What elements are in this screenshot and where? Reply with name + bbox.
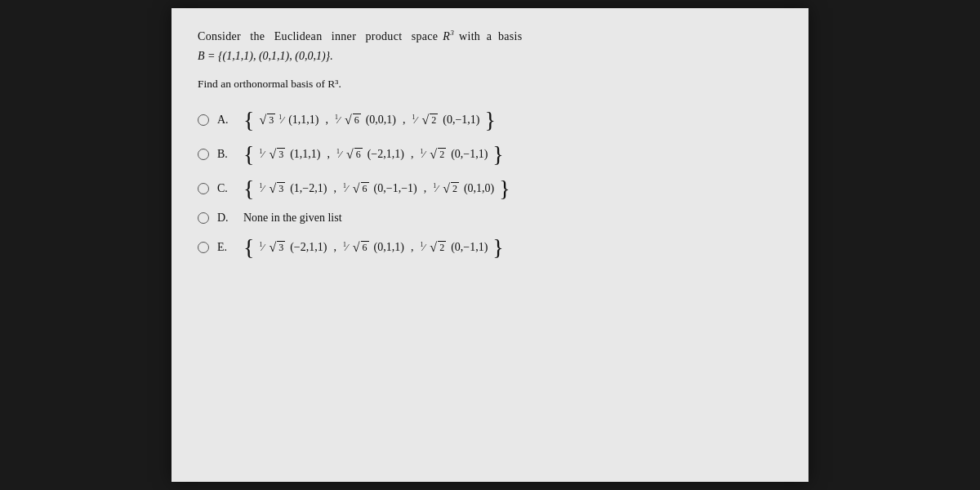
option-d-text: None in the given list <box>243 212 342 225</box>
frac-a2: √6 <box>345 114 361 127</box>
option-c-math: { 1⁄ √3 (1,−2,1) , 1⁄ √6 (0,−1,−1) , 1⁄ … <box>243 177 510 200</box>
vec-b3: (0,−1,1) <box>451 148 488 161</box>
sep-c1: , <box>333 182 336 195</box>
frac-c2: √6 <box>353 182 369 196</box>
lbrace-c: { <box>243 177 254 200</box>
vec-e3: (0,−1,1) <box>451 241 488 254</box>
radio-b[interactable] <box>198 149 209 160</box>
find-prompt-text: Find an orthonormal basis of R³. <box>198 78 341 90</box>
frac-b1-num: 1⁄ <box>259 148 264 161</box>
frac-b1: √3 <box>269 148 285 162</box>
header-line1: Consider the Euclidean inner product spa… <box>198 28 782 45</box>
frac-e2-num: 1⁄ <box>343 241 348 254</box>
frac-b2-num: 1⁄ <box>336 148 341 161</box>
basis-text: B = {(1,1,1), (0,1,1), (0,0,1)}. <box>198 50 333 62</box>
frac-e2: √6 <box>353 241 369 255</box>
frac-c3: √2 <box>443 182 459 196</box>
consider-text: Consider the Euclidean inner product spa… <box>198 28 438 45</box>
rbrace-a: } <box>484 109 495 131</box>
r3-symbol: R3 <box>443 28 454 45</box>
frac-e3: √2 <box>430 241 446 255</box>
question-header: Consider the Euclidean inner product spa… <box>198 28 782 45</box>
frac-e1: √3 <box>269 241 285 255</box>
basis-definition: B = {(1,1,1), (0,1,1), (0,0,1)}. <box>198 50 782 63</box>
lbrace-e: { <box>243 236 254 259</box>
vec-e1: (−2,1,1) <box>290 241 327 254</box>
sep-a1: , <box>325 114 328 127</box>
with-a-basis-text: with a basis <box>459 28 522 45</box>
radio-a[interactable] <box>198 114 209 126</box>
frac-b2: √6 <box>346 148 363 162</box>
frac-c1-num: 1⁄ <box>259 182 264 195</box>
label-a: A. <box>217 114 232 127</box>
label-b: B. <box>217 148 232 161</box>
radio-e[interactable] <box>198 242 209 253</box>
option-a[interactable]: A. { √3 1⁄ (1,1,1) , 1⁄ √6 (0,0,1) , 1⁄ … <box>198 109 782 131</box>
lbrace-a: { <box>243 109 254 131</box>
option-d[interactable]: D. None in the given list <box>198 212 782 225</box>
sep-c2: , <box>424 182 427 195</box>
sep-e2: , <box>411 241 414 254</box>
rbrace-b: } <box>492 143 503 166</box>
option-e[interactable]: E. { 1⁄ √3 (−2,1,1) , 1⁄ √6 (0,1,1) , 1⁄… <box>198 236 782 259</box>
frac-a3-num: 1⁄ <box>412 114 417 127</box>
rbrace-e: } <box>492 236 503 259</box>
label-d: D. <box>217 212 232 225</box>
label-c: C. <box>217 182 232 195</box>
frac-e3-num: 1⁄ <box>420 241 425 254</box>
vec-b2: (−2,1,1) <box>368 148 404 161</box>
frac-b3-num: 1⁄ <box>420 148 425 161</box>
sep-a2: , <box>403 114 406 127</box>
vec-c3: (0,1,0) <box>464 182 494 195</box>
vec-e2: (0,1,1) <box>374 241 404 254</box>
option-c[interactable]: C. { 1⁄ √3 (1,−2,1) , 1⁄ √6 (0,−1,−1) , … <box>198 177 782 200</box>
frac-e1-num: 1⁄ <box>259 241 264 254</box>
find-prompt: Find an orthonormal basis of R³. <box>198 78 782 91</box>
option-b[interactable]: B. { 1⁄ √3 (1,1,1) , 1⁄ √6 (−2,1,1) , 1⁄… <box>198 143 782 166</box>
frac-a3: √2 <box>421 114 438 127</box>
sep-e1: , <box>333 241 336 254</box>
frac-a1: √3 <box>259 114 275 127</box>
vec-a1: (1,1,1) <box>288 114 318 127</box>
vec-c2: (0,−1,−1) <box>374 182 417 195</box>
frac-c1: √3 <box>269 182 285 196</box>
option-a-math: { √3 1⁄ (1,1,1) , 1⁄ √6 (0,0,1) , 1⁄ √2 … <box>243 109 496 131</box>
sep-b1: , <box>327 148 330 161</box>
frac-a2-num: 1⁄ <box>335 114 340 127</box>
rbrace-c: } <box>499 177 510 200</box>
label-e: E. <box>217 241 232 254</box>
frac-b3: √2 <box>430 148 446 162</box>
frac-c3-num: 1⁄ <box>433 182 438 195</box>
vec-a3: (0,−1,1) <box>443 114 479 127</box>
radio-d[interactable] <box>198 212 209 224</box>
option-e-math: { 1⁄ √3 (−2,1,1) , 1⁄ √6 (0,1,1) , 1⁄ √2… <box>243 236 504 259</box>
radio-c[interactable] <box>198 183 209 194</box>
lbrace-b: { <box>243 143 254 166</box>
paper: Consider the Euclidean inner product spa… <box>172 8 808 482</box>
vec-a2: (0,0,1) <box>366 114 396 127</box>
sep-b2: , <box>411 148 414 161</box>
frac-a1-num: 1⁄ <box>278 114 283 127</box>
options-list: A. { √3 1⁄ (1,1,1) , 1⁄ √6 (0,0,1) , 1⁄ … <box>198 109 782 259</box>
option-b-math: { 1⁄ √3 (1,1,1) , 1⁄ √6 (−2,1,1) , 1⁄ √2… <box>243 143 504 166</box>
vec-c1: (1,−2,1) <box>290 182 327 195</box>
frac-c2-num: 1⁄ <box>343 182 348 195</box>
vec-b1: (1,1,1) <box>290 148 320 161</box>
